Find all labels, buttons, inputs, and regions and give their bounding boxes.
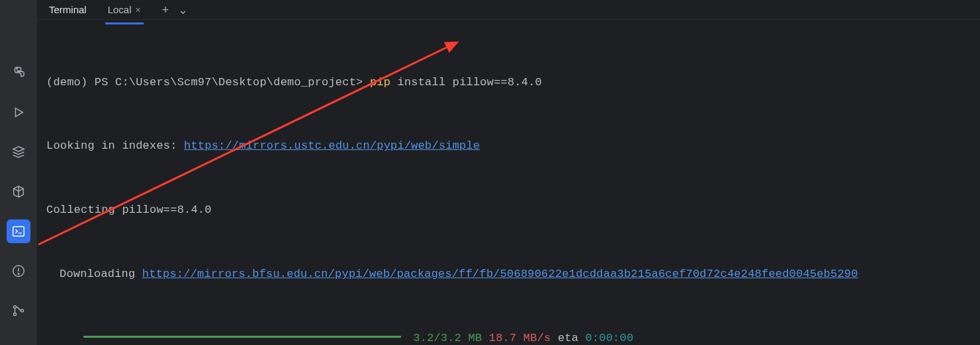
eta-label: eta bbox=[558, 332, 578, 344]
downloading-line: Downloading https://mirrors.bfsu.edu.cn/… bbox=[46, 264, 971, 285]
eta-value: 0:00:00 bbox=[586, 332, 634, 344]
svg-point-4 bbox=[13, 305, 16, 308]
collecting-line: Collecting pillow==8.4.0 bbox=[46, 200, 971, 221]
download-size: 3.2/3.2 MB bbox=[413, 332, 482, 344]
sidebar-services-icon[interactable] bbox=[7, 140, 30, 164]
download-rate: 18.7 MB/s bbox=[489, 332, 551, 344]
index-url-link[interactable]: https://mirrors.ustc.edu.cn/pypi/web/sim… bbox=[184, 139, 480, 152]
sidebar-terminal-icon[interactable] bbox=[7, 219, 30, 243]
svg-point-3 bbox=[18, 273, 19, 274]
tab-menu-chevron-icon[interactable]: ⌄ bbox=[178, 4, 188, 16]
looking-label: Looking in indexes: bbox=[46, 139, 184, 152]
prompt-env: (demo) bbox=[46, 76, 95, 89]
tab-local[interactable]: Local × bbox=[105, 0, 144, 19]
looking-line: Looking in indexes: https://mirrors.ustc… bbox=[46, 135, 971, 157]
prompt-line-1: (demo) PS C:\Users\Scm97\Desktop\demo_pr… bbox=[46, 72, 971, 93]
downloading-label: Downloading bbox=[60, 268, 142, 280]
panel-title: Terminal bbox=[49, 4, 87, 15]
svg-rect-1 bbox=[13, 227, 24, 237]
sidebar-packages-icon[interactable] bbox=[7, 180, 30, 204]
tab-close-icon[interactable]: × bbox=[136, 5, 141, 15]
command-rest: install pillow==8.4.0 bbox=[390, 76, 542, 89]
prompt-path: PS C:\Users\Scm97\Desktop\demo_project> bbox=[95, 76, 370, 89]
sidebar-problems-icon[interactable] bbox=[7, 259, 30, 283]
sidebar-python-icon[interactable] bbox=[7, 61, 30, 85]
progress-line: 3.2/3.2 MB 18.7 MB/s eta 0:00:00 bbox=[46, 328, 971, 345]
main-panel: Terminal Local × + ⌄ (demo) PS C:\Users\… bbox=[37, 0, 980, 345]
command-pip: pip bbox=[370, 76, 390, 89]
terminal-output[interactable]: (demo) PS C:\Users\Scm97\Desktop\demo_pr… bbox=[37, 20, 980, 345]
svg-point-0 bbox=[17, 68, 17, 69]
download-url-link[interactable]: https://mirrors.bfsu.edu.cn/pypi/web/pac… bbox=[142, 268, 858, 280]
new-tab-icon[interactable]: + bbox=[162, 4, 169, 16]
progress-bar bbox=[83, 336, 401, 338]
tab-actions: + ⌄ bbox=[162, 4, 189, 16]
terminal-tabbar: Terminal Local × + ⌄ bbox=[37, 0, 980, 20]
sidebar-run-icon[interactable] bbox=[7, 100, 30, 124]
tab-local-label: Local bbox=[108, 4, 132, 15]
svg-point-5 bbox=[13, 313, 16, 315]
sidebar-git-icon[interactable] bbox=[7, 299, 30, 323]
tool-sidebar bbox=[0, 0, 37, 345]
svg-point-6 bbox=[21, 309, 23, 312]
